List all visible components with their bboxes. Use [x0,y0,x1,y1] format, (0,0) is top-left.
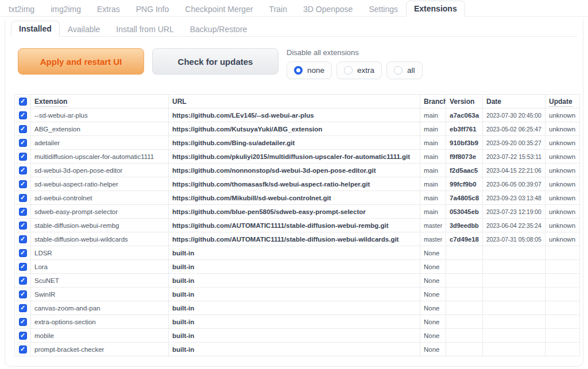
row-checkbox-cell: ✓ [15,232,31,246]
header-extension: Extension [31,95,169,108]
extension-url: built-in [172,263,194,270]
main-tab-settings[interactable]: Settings [361,1,406,17]
extension-version: 910bf3b9 [450,139,478,146]
check-icon: ✓ [20,290,25,298]
extension-version: c7d49e18 [450,236,479,243]
radio-icon [394,66,403,75]
extension-enabled-checkbox[interactable]: ✓ [19,222,27,230]
header-version: Version [446,95,483,108]
main-tab-label: Checkpoint Merger [185,5,253,14]
row-checkbox-cell: ✓ [15,219,31,232]
extension-enabled-checkbox[interactable]: ✓ [19,235,27,243]
radio-icon [294,66,303,75]
radio-option-none[interactable]: none [287,61,332,79]
main-tab-train[interactable]: Train [261,1,295,17]
sub-tab-install-from-url[interactable]: Install from URL [108,21,181,37]
radio-option-all[interactable]: all [386,61,423,79]
extension-enabled-checkbox[interactable]: ✓ [19,318,27,326]
extension-url: built-in [172,277,194,284]
extension-row-extra-options-section: ✓ extra-options-section built-in None [15,315,580,329]
check-icon: ✓ [20,276,25,284]
extension-date: 2023-07-22 15:53:11 [486,153,541,160]
extension-enabled-checkbox[interactable]: ✓ [19,125,27,133]
main-tab-img2img[interactable]: img2img [42,1,89,17]
row-checkbox-cell: ✓ [15,343,31,356]
extension-update: unknown [549,236,575,243]
sub-tab-installed[interactable]: Installed [11,21,60,37]
extension-url: built-in [172,346,194,353]
extension-date: 2023-06-04 22:35:24 [486,222,541,229]
select-all-checkbox[interactable]: ✓ [19,98,27,106]
extension-enabled-checkbox[interactable]: ✓ [19,332,27,340]
extension-name: extra-options-section [34,318,96,325]
extension-date: 2023-05-02 06:25:47 [486,126,541,133]
extension-update: unknown [549,139,575,146]
check-icon: ✓ [20,221,25,229]
header-date: Date [483,95,546,108]
extension-row-sd-webui-aspect-ratio-helper: ✓ sd-webui-aspect-ratio-helper https://g… [15,177,580,191]
row-checkbox-cell: ✓ [15,315,31,329]
disable-all-radio-group: none extra all [287,61,423,79]
main-tab-extras[interactable]: Extras [89,1,128,17]
main-tab-label: PNG Info [136,5,169,14]
disable-all-extensions-label: Disable all extensions [287,48,423,57]
extension-url: https://github.com/LEv145/--sd-webui-ar-… [172,112,314,119]
extension-row-stable-diffusion-webui-wildcards: ✓ stable-diffusion-webui-wildcards https… [15,232,580,246]
main-tab-png-info[interactable]: PNG Info [128,1,177,17]
extension-enabled-checkbox[interactable]: ✓ [19,166,27,174]
extension-branch: main [424,126,438,133]
main-tab-bar: txt2img img2img Extras PNG Info Checkpoi… [0,0,588,17]
extension-enabled-checkbox[interactable]: ✓ [19,139,27,147]
extension-update: unknown [549,153,575,160]
main-tab-label: Extensions [414,4,457,13]
extension-enabled-checkbox[interactable]: ✓ [19,290,27,298]
select-all-cell: ✓ [15,95,31,108]
check-icon: ✓ [20,317,25,325]
extension-row-sd-webui-controlnet: ✓ sd-webui-controlnet https://github.com… [15,191,580,205]
row-checkbox-cell: ✓ [15,191,31,205]
extension-name: LDSR [34,250,52,257]
extension-enabled-checkbox[interactable]: ✓ [19,180,27,188]
extension-name: prompt-bracket-checker [34,346,104,353]
extension-version: eb3ff761 [450,126,477,133]
extensions-table: ✓ Extension URL Branch Version Date Up [14,94,580,356]
header-branch: Branch [420,95,446,108]
main-tab-label: 3D Openpose [303,5,353,14]
extension-name: sd-webui-controlnet [34,195,92,201]
extension-enabled-checkbox[interactable]: ✓ [19,263,27,271]
sub-tab-available[interactable]: Available [60,21,109,37]
main-tab-checkpoint-merger[interactable]: Checkpoint Merger [177,1,261,17]
extension-update: unknown [549,222,575,229]
apply-restart-button[interactable]: Apply and restart UI [18,48,144,75]
sub-tab-backup-restore[interactable]: Backup/Restore [182,21,256,37]
extension-url: https://github.com/Mikubill/sd-webui-con… [172,195,331,201]
extension-version: 7a4805c8 [450,195,479,201]
extension-version: a7ac063a [450,112,479,119]
extension-enabled-checkbox[interactable]: ✓ [19,249,27,257]
extension-enabled-checkbox[interactable]: ✓ [19,111,27,119]
extension-enabled-checkbox[interactable]: ✓ [19,153,27,161]
check-icon: ✓ [20,97,25,105]
extension-name: --sd-webui-ar-plus [34,112,88,119]
main-tab-txt2img[interactable]: txt2img [1,1,42,17]
check-updates-button[interactable]: Check for updates [152,48,278,75]
row-checkbox-cell: ✓ [15,274,31,288]
main-tab-3d-openpose[interactable]: 3D Openpose [295,1,361,17]
extension-branch: None [424,291,440,298]
extension-version: 053045eb [450,208,479,215]
extension-url: https://github.com/thomasasfk/sd-webui-a… [172,181,370,188]
row-checkbox-cell: ✓ [15,122,31,136]
extensions-sub-tab-bar: Installed Available Install from URL Bac… [11,20,577,37]
main-tab-extensions[interactable]: Extensions [406,1,465,17]
extension-row-prompt-bracket-checker: ✓ prompt-bracket-checker built-in None [15,343,580,356]
extension-enabled-checkbox[interactable]: ✓ [19,194,27,202]
extension-enabled-checkbox[interactable]: ✓ [19,208,27,216]
check-icon: ✓ [20,152,25,160]
extensions-panel: Installed Available Install from URL Bac… [5,20,583,367]
extension-enabled-checkbox[interactable]: ✓ [19,345,27,354]
extension-enabled-checkbox[interactable]: ✓ [19,277,27,285]
extension-enabled-checkbox[interactable]: ✓ [19,304,27,312]
extension-name: canvas-zoom-and-pan [34,305,100,312]
extension-update: unknown [549,167,575,174]
radio-option-extra[interactable]: extra [336,61,382,79]
